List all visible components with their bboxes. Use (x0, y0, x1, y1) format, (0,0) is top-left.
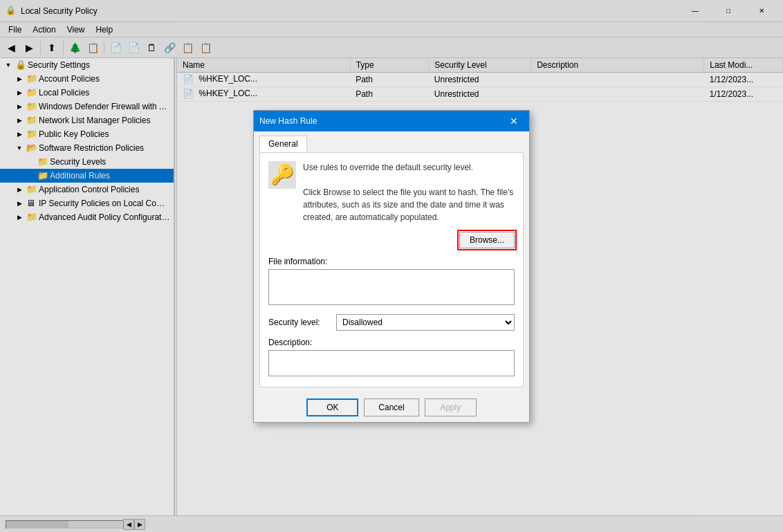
cancel-button[interactable]: Cancel (364, 398, 418, 416)
browse-button[interactable]: Browse... (459, 232, 515, 248)
dialog-hash-icon: 🔑 (268, 161, 296, 189)
dialog-info-section: 🔑 Use rules to override the default secu… (268, 161, 515, 223)
modal-overlay: New Hash Rule ✕ General 🔑 Use rules to o… (0, 0, 783, 532)
browse-row: Browse... (268, 232, 515, 248)
file-info-label: File information: (268, 257, 515, 266)
dialog-info-text: Use rules to override the default securi… (303, 161, 515, 223)
new-hash-rule-dialog: New Hash Rule ✕ General 🔑 Use rules to o… (253, 110, 530, 423)
dialog-tab-general[interactable]: General (259, 136, 307, 152)
dialog-tabs: General (254, 131, 529, 152)
security-level-row: Security level: Disallowed Unrestricted … (268, 314, 515, 331)
ok-button[interactable]: OK (306, 398, 358, 416)
description-textarea[interactable] (268, 350, 515, 376)
security-level-label: Security level: (268, 318, 331, 327)
dialog-close-button[interactable]: ✕ (504, 111, 524, 131)
dialog-content: 🔑 Use rules to override the default secu… (259, 152, 524, 387)
dialog-title-bar: New Hash Rule ✕ (254, 111, 529, 131)
dialog-buttons: OK Cancel Apply (254, 393, 529, 422)
apply-button[interactable]: Apply (425, 398, 477, 416)
dialog-info-line1: Use rules to override the default securi… (303, 161, 515, 174)
file-info-textarea[interactable] (268, 269, 515, 305)
dialog-title: New Hash Rule (259, 116, 504, 126)
security-level-select[interactable]: Disallowed Unrestricted Basic User (336, 314, 515, 331)
description-label: Description: (268, 338, 515, 347)
dialog-info-line2: Click Browse to select the file you want… (303, 186, 515, 223)
